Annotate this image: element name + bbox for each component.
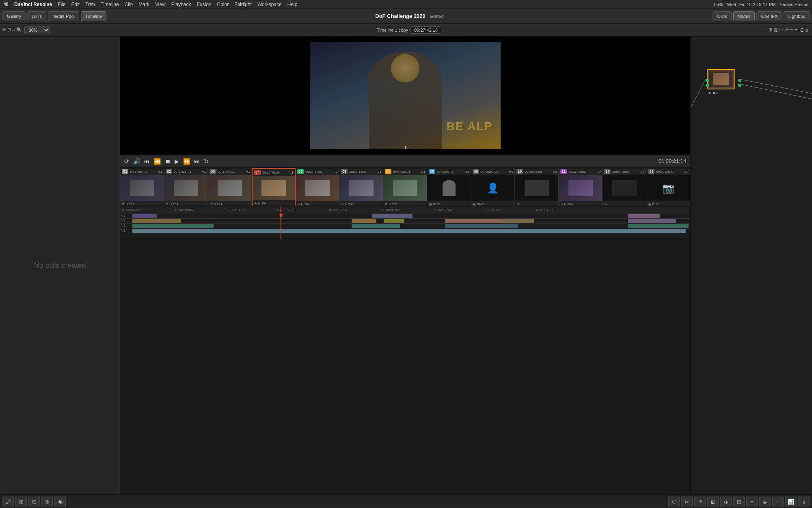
clip-item[interactable]: 09 00:00:00:00 V4 👤 ▣ PNG	[471, 168, 515, 206]
timeline-button[interactable]: Timeline	[81, 11, 106, 21]
clip-label: Clip	[800, 28, 808, 33]
svg-line-0	[691, 79, 706, 108]
gallery-panel: No stills created	[0, 37, 120, 494]
group-pre-clip-btn[interactable]: ⊞	[15, 496, 27, 507]
clip-item[interactable]: 08 00:00:00:00 V3 ▣ PNG	[427, 168, 471, 206]
menu-help[interactable]: Help	[287, 2, 298, 7]
svg-line-1	[738, 79, 812, 106]
scopes-type-btn[interactable]: 📊	[785, 496, 797, 507]
next-frame-icon[interactable]: ⏩	[183, 158, 190, 165]
menu-edit[interactable]: Edit	[71, 2, 80, 7]
clip-item-selected[interactable]: 04 00:27:40:06 V1 ⊙ H.264	[252, 168, 296, 206]
play-icon[interactable]: ▶	[175, 158, 179, 165]
copy-grade-btn[interactable]: ⊕	[41, 496, 53, 507]
timecode-box[interactable]: 00:27:42:18	[410, 26, 441, 34]
second-toolbar: ⟳ ⊞ ≡ 🔍 30% 50% 100% Timeline 1 copy 00:…	[0, 24, 812, 37]
qualifier-btn[interactable]: ⬡	[668, 496, 680, 507]
svg-line-2	[738, 84, 812, 112]
menu-timeline[interactable]: Timeline	[101, 2, 119, 7]
nodes-panel: 01 ■ ○	[690, 37, 812, 494]
clip-item[interactable]: 06 00:32:34:03 V1 ⊙ H.264	[339, 168, 383, 206]
media-pool-button[interactable]: Media Pool	[48, 11, 79, 21]
raw-btn[interactable]: ✦	[746, 496, 758, 507]
main-content: No stills created BE ALP ⟳ 🔊 ⏮ ⏪ ⏹ ▶ ⏩ ⏭	[0, 37, 812, 494]
clip-item[interactable]: 05 00:27:57:03 V1 ⊙ H.264	[296, 168, 339, 206]
datetime: Wed Dec 18 2:19:11 PM	[727, 2, 776, 7]
menu-playback[interactable]: Playback	[171, 2, 191, 7]
skip-forward-icon[interactable]: ⏭	[194, 158, 200, 165]
playback-icons: ⟳ ⊞ ≡ 🔍	[2, 27, 22, 33]
color-wand-btn[interactable]: 🖊	[2, 496, 14, 507]
hsl-curves-btn[interactable]: ~	[772, 496, 784, 507]
project-title: DoF Challenge 2020 Edited	[309, 13, 509, 19]
clips-button[interactable]: Clips	[713, 11, 731, 21]
panel-toolbar: 🖊 ⊞ ⊟ ⊕ ◉ ⬡ ⊳ ↺ ⬕ ⬗ ⊞ ✦ ⬙ ~ 📊 ℹ	[0, 494, 812, 508]
node-connections	[691, 37, 812, 494]
menu-view[interactable]: View	[155, 2, 166, 7]
3d-lut-btn[interactable]: ⬙	[759, 496, 771, 507]
paste-grade-btn[interactable]: ◉	[54, 496, 66, 507]
video-playhead	[405, 146, 406, 149]
clip-strip: 01 00:17:06:06 V1 ⊙ H.264 02 00:17:16:03…	[120, 167, 690, 206]
prev-frame-icon[interactable]: ⏪	[154, 158, 161, 165]
system-info: 85% Wed Dec 18 2:19:11 PM Shawn Steiner	[714, 2, 809, 7]
zoom-select[interactable]: 30% 50% 100%	[24, 26, 50, 34]
viewer-icons: ⊞ ▧ ⋯ ↗ ✛ ✦	[769, 27, 798, 33]
stop-icon[interactable]: ⏹	[165, 158, 171, 165]
menu-workspace[interactable]: Workspace	[257, 2, 282, 7]
menu-bar: ⌘ DaVinci Resolve File Edit Trim Timelin…	[0, 0, 812, 9]
clip-item[interactable]: 02 00:17:16:03 V1 ⊙ H.264	[164, 168, 208, 206]
menu-file[interactable]: File	[58, 2, 65, 7]
magic-mask-btn[interactable]: ⬗	[720, 496, 732, 507]
timecode-display: 01:00:21:14	[659, 158, 687, 164]
openfx-button[interactable]: OpenFX	[756, 11, 782, 21]
transport-bar: ⟳ 🔊 ⏮ ⏪ ⏹ ▶ ⏩ ⏭ ↻ 01:00:21:14	[120, 154, 690, 167]
clip-item[interactable]: 13 00:00:00:00 V4 📷 ▣ PNG	[646, 168, 690, 206]
menu-clip[interactable]: Clip	[125, 2, 133, 7]
loop-icon[interactable]: ⟳	[124, 158, 129, 165]
menu-trim[interactable]: Trim	[85, 2, 95, 7]
replay-icon[interactable]: ↻	[204, 158, 209, 165]
menu-color[interactable]: Color	[217, 2, 229, 7]
timeline-copy-label: Timeline 1 copy	[377, 28, 408, 33]
lightbox-button[interactable]: Lightbox	[784, 11, 810, 21]
top-toolbar: Gallery LUTs Media Pool Timeline DoF Cha…	[0, 9, 812, 24]
clip-item[interactable]: 07 00:34:56:01 V1 ⊙ H.264	[383, 168, 427, 206]
skip-back-icon[interactable]: ⏮	[144, 158, 150, 165]
motion-blur-btn[interactable]: ⬕	[707, 496, 719, 507]
clip-item[interactable]: 11 00:36:08:09 V3 ⊙ H.264	[559, 168, 603, 206]
clip-item[interactable]: 01 00:17:06:06 V1 ⊙ H.264	[120, 168, 164, 206]
mini-timeline: 01:00:00:0001:00:09:0501:00:18:1001:00:2…	[120, 206, 690, 239]
tracker-marker-btn[interactable]: ⊳	[681, 496, 693, 507]
luts-button[interactable]: LUTs	[27, 11, 46, 21]
menu-fusion[interactable]: Fusion	[197, 2, 212, 7]
group-post-clip-btn[interactable]: ⊟	[28, 496, 40, 507]
clip-item[interactable]: 03 00:27:36:21 V1 ⊙ H.264	[208, 168, 252, 206]
apple-logo: ⌘	[3, 1, 9, 7]
menu-fairlight[interactable]: Fairlight	[234, 2, 252, 7]
info-btn[interactable]: ℹ	[798, 496, 810, 507]
volume-icon[interactable]: 🔊	[133, 158, 140, 165]
clip-item[interactable]: 12 00:00:00:00 V3 ⊙	[603, 168, 646, 206]
no-stills-text: No stills created	[34, 261, 86, 270]
video-viewer: BE ALP	[120, 37, 690, 154]
color-warper-btn[interactable]: ⊞	[733, 496, 745, 507]
noise-reduction-btn[interactable]: ↺	[694, 496, 706, 507]
nodes-button[interactable]: Nodes	[733, 11, 755, 21]
app-name: DaVinci Resolve	[14, 2, 52, 7]
menu-mark[interactable]: Mark	[138, 2, 149, 7]
clip-item[interactable]: 10 00:00:03:08 V3 ⊙	[515, 168, 559, 206]
username: Shawn Steiner	[780, 2, 809, 7]
battery-level: 85%	[714, 2, 723, 7]
gallery-button[interactable]: Gallery	[2, 11, 26, 21]
center-panel: BE ALP ⟳ 🔊 ⏮ ⏪ ⏹ ▶ ⏩ ⏭ ↻ 01:00:21:14 01 …	[120, 37, 690, 494]
